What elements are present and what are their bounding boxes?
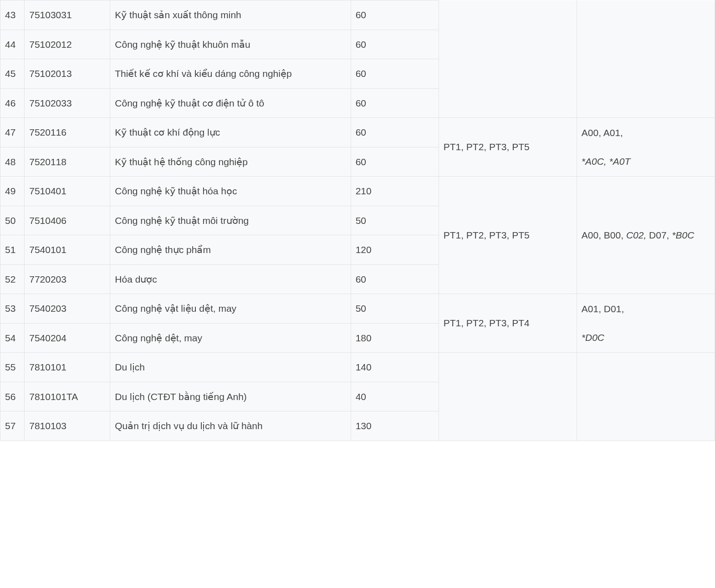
cell-index: 50 [0,206,25,235]
cell-index: 46 [0,88,25,118]
cell-index: 44 [0,30,25,59]
cell-subjects: A00, A01, *A0C, *A0T [577,118,715,177]
cell-code: 7520118 [25,147,110,177]
cell-index: 48 [0,147,25,177]
cell-qty: 140 [351,353,439,382]
cell-code: 75102033 [25,88,110,118]
cell-code: 7540101 [25,235,110,265]
cell-qty: 130 [351,411,439,441]
cell-pt: PT1, PT2, PT3, PT5 [439,177,577,294]
subjects-plain: A00, B00, [582,230,626,240]
subjects-plain: A01, D01, [582,304,624,314]
cell-subjects [577,0,715,118]
subjects-italic: *A0C, *A0T [582,156,630,167]
subjects-plain: A00, A01, [582,127,623,138]
cell-code: 7810101TA [25,382,110,411]
cell-qty: 60 [351,0,439,30]
table-row: 55 7810101 Du lịch 140 [0,353,715,382]
cell-name: Công nghệ kỹ thuật môi trường [110,206,351,235]
cell-name: Du lịch (CTĐT bằng tiếng Anh) [110,382,351,411]
cell-qty: 60 [351,88,439,118]
cell-qty: 120 [351,235,439,265]
cell-pt: PT1, PT2, PT3, PT4 [439,294,577,353]
table-row: 43 75103031 Kỹ thuật sản xuất thông minh… [0,0,715,30]
table-row: 49 7510401 Công nghệ kỹ thuật hóa học 21… [0,177,715,206]
cell-index: 52 [0,264,25,294]
cell-name: Thiết kế cơ khí và kiểu dáng công nghiệp [110,59,351,89]
cell-qty: 210 [351,177,439,206]
cell-code: 75102013 [25,59,110,89]
cell-qty: 60 [351,59,439,89]
cell-index: 56 [0,382,25,411]
cell-pt [439,353,577,441]
cell-code: 75103031 [25,0,110,30]
cell-code: 7510401 [25,177,110,206]
subjects-plain2: D07, [646,230,672,240]
cell-index: 47 [0,118,25,147]
cell-name: Du lịch [110,353,351,382]
subjects-italic: *B0C [672,230,694,240]
cell-index: 45 [0,59,25,89]
cell-index: 57 [0,411,25,441]
cell-code: 7720203 [25,264,110,294]
cell-subjects [577,353,715,441]
cell-index: 53 [0,294,25,324]
program-table: 43 75103031 Kỹ thuật sản xuất thông minh… [0,0,715,441]
cell-qty: 50 [351,294,439,324]
cell-subjects: A01, D01, *D0C [577,294,715,353]
cell-code: 7540204 [25,323,110,353]
cell-index: 49 [0,177,25,206]
cell-index: 51 [0,235,25,265]
cell-name: Quản trị dịch vụ du lịch và lữ hành [110,411,351,441]
cell-name: Công nghệ kỹ thuật khuôn mẫu [110,30,351,59]
cell-code: 7510406 [25,206,110,235]
cell-index: 55 [0,353,25,382]
cell-code: 7540203 [25,294,110,324]
cell-qty: 60 [351,147,439,177]
cell-name: Công nghệ vật liệu dệt, may [110,294,351,324]
cell-qty: 60 [351,30,439,59]
cell-name: Kỹ thuật sản xuất thông minh [110,0,351,30]
cell-qty: 40 [351,382,439,411]
cell-pt [439,0,577,118]
cell-code: 7520116 [25,118,110,147]
cell-index: 43 [0,0,25,30]
cell-qty: 180 [351,323,439,353]
cell-name: Công nghệ dệt, may [110,323,351,353]
table-row: 53 7540203 Công nghệ vật liệu dệt, may 5… [0,294,715,324]
cell-qty: 50 [351,206,439,235]
subjects-italic: *D0C [582,332,604,343]
cell-pt: PT1, PT2, PT3, PT5 [439,118,577,177]
cell-index: 54 [0,323,25,353]
cell-code: 7810101 [25,353,110,382]
cell-name: Công nghệ thực phẩm [110,235,351,265]
subjects-italic-mid: C02, [626,230,646,240]
cell-code: 7810103 [25,411,110,441]
table-row: 47 7520116 Kỹ thuật cơ khí động lực 60 P… [0,118,715,147]
cell-name: Hóa dược [110,264,351,294]
cell-name: Kỹ thuật cơ khí động lực [110,118,351,147]
cell-qty: 60 [351,118,439,147]
cell-name: Công nghệ kỹ thuật cơ điện tử ô tô [110,88,351,118]
cell-subjects: A00, B00, C02, D07, *B0C [577,177,715,294]
cell-name: Kỹ thuật hệ thống công nghiệp [110,147,351,177]
cell-code: 75102012 [25,30,110,59]
cell-name: Công nghệ kỹ thuật hóa học [110,177,351,206]
cell-qty: 60 [351,264,439,294]
